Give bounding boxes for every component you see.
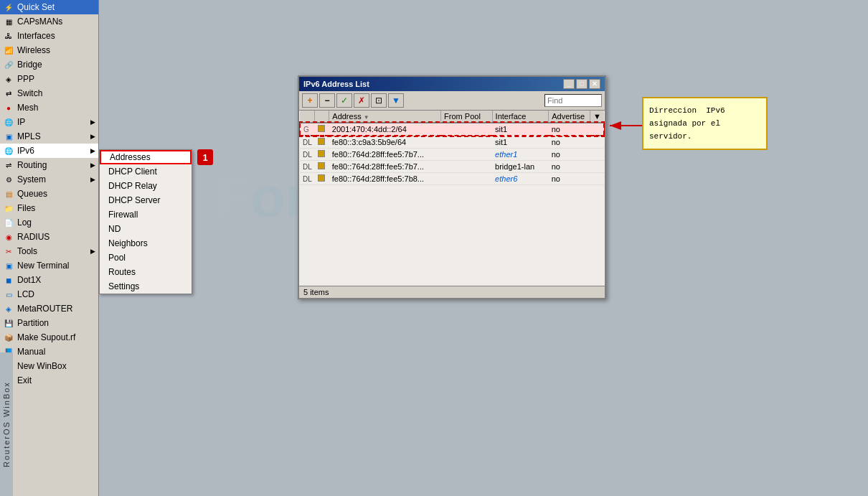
system-arrow-icon: ▶ [90,176,95,183]
sidebar-item-dot1x[interactable]: ◼ Dot1X [0,273,98,287]
ipv6-address-list-window: IPv6 Address List _ □ ✕ + − ✓ ✗ ⊡ ▼ Addr… [298,75,606,299]
col-interface[interactable]: Interface [492,111,549,123]
col-expand[interactable]: ▼ [590,111,604,123]
remove-button[interactable]: − [319,93,335,108]
window-restore-button[interactable]: □ [576,79,588,89]
table-row[interactable]: DL fe80::764d:28ff:fee5:7b8... ether6 no [300,173,604,185]
cell-extra [590,123,604,136]
cell-interface: bridge1-lan [492,161,549,173]
sidebar-item-label: MPLS [17,131,41,141]
bridge-icon: 🔗 [3,59,14,70]
sidebar-item-ppp[interactable]: ◈ PPP [0,72,98,86]
col-advertise[interactable]: Advertise [549,111,590,123]
cell-flag: DL [300,161,315,173]
sidebar-item-queues[interactable]: ▤ Queues [0,187,98,201]
col-from-pool[interactable]: From Pool [441,111,492,123]
tools-arrow-icon: ▶ [90,248,95,255]
ppp-icon: ◈ [3,73,14,85]
submenu-item-dhcp-client[interactable]: DHCP Client [100,164,192,179]
table-body: G 2001:470:4:4dd::2/64 sit1 no DL [300,123,604,185]
cell-flag: G [300,123,315,136]
sidebar-item-tools[interactable]: ✂ Tools ▶ [0,244,98,258]
ipv6-submenu: Addresses DHCP Client DHCP Relay DHCP Se… [99,149,192,294]
sidebar-item-metarouter[interactable]: ◈ MetaROUTER [0,301,98,316]
sidebar-item-label: MetaROUTER [17,304,72,314]
search-input[interactable] [544,94,602,107]
mpls-arrow-icon: ▶ [90,133,95,140]
enable-button[interactable]: ✓ [336,93,352,108]
submenu-item-settings[interactable]: Settings [100,279,192,294]
disable-button[interactable]: ✗ [354,93,369,108]
submenu-item-dhcp-relay[interactable]: DHCP Relay [100,179,192,193]
submenu-item-dhcp-server[interactable]: DHCP Server [100,193,192,207]
sidebar-item-radius[interactable]: ◉ RADIUS [0,230,98,244]
sidebar-item-label: Wireless [17,45,50,55]
copy-button[interactable]: ⊡ [371,93,387,108]
sidebar-item-label: Files [17,203,35,213]
submenu-item-pool[interactable]: Pool [100,251,192,265]
sidebar-item-capsman[interactable]: ▦ CAPsMANs [0,14,98,29]
sidebar-item-routing[interactable]: ⇌ Routing ▶ [0,158,98,172]
sidebar-item-make-supout[interactable]: 📦 Make Supout.rf [0,330,98,345]
cell-from-pool [441,149,492,161]
sidebar-item-switch[interactable]: ⇄ Switch [0,86,98,100]
cell-extra [590,173,604,185]
submenu-item-neighbors[interactable]: Neighbors [100,236,192,251]
sidebar-item-manual[interactable]: 📘 Manual [0,345,98,359]
mesh-icon: ● [3,102,14,113]
table-row[interactable]: DL fe80::764d:28ff:fee5:7b7... bridge1-l… [300,161,604,173]
address-table: Address ▼ From Pool Interface Advertise … [299,111,605,185]
sidebar-item-log[interactable]: 📄 Log [0,215,98,230]
cell-extra [590,161,604,173]
cell-advertise: no [549,173,590,185]
sidebar-item-exit[interactable]: ✖ Exit [0,373,98,388]
submenu-item-addresses[interactable]: Addresses [100,150,192,164]
sidebar-item-ipv6[interactable]: 🌐 IPv6 ▶ [0,144,98,158]
window-titlebar: IPv6 Address List _ □ ✕ [299,77,605,91]
sidebar-item-label: Exit [17,375,32,385]
sidebar-item-wireless[interactable]: 📶 Wireless [0,43,98,57]
window-close-button[interactable]: ✕ [589,79,600,89]
cell-type [315,149,329,161]
cell-advertise: no [549,136,590,149]
sidebar-item-interfaces[interactable]: 🖧 Interfaces [0,29,98,43]
sidebar-item-files[interactable]: 📁 Files [0,201,98,215]
routing-icon: ⇌ [3,159,14,171]
filter-button[interactable]: ▼ [388,93,404,108]
add-button[interactable]: + [302,93,318,108]
quick-set-icon: ⚡ [3,1,14,13]
ipv6-arrow-icon: ▶ [90,147,95,154]
table-row[interactable]: DL fe80::3:c9a3:5b9e/64 sit1 no [300,136,604,149]
sidebar-item-mesh[interactable]: ● Mesh [0,100,98,115]
window-minimize-button[interactable]: _ [563,79,575,89]
sidebar-item-mpls[interactable]: ▣ MPLS ▶ [0,129,98,144]
submenu-item-nd[interactable]: ND [100,222,192,236]
table-header: Address ▼ From Pool Interface Advertise … [300,111,604,123]
sidebar-item-new-terminal[interactable]: ▣ New Terminal [0,258,98,273]
items-count: 5 items [303,288,329,296]
dot1x-icon: ◼ [3,274,14,286]
sidebar-item-label: Tools [17,246,37,256]
wireless-icon: 📶 [3,45,14,56]
sidebar-item-quick-set[interactable]: ⚡ Quick Set [0,0,98,14]
window-controls: _ □ ✕ [563,79,600,89]
sidebar-item-bridge[interactable]: 🔗 Bridge [0,57,98,72]
submenu-item-routes[interactable]: Routes [100,265,192,279]
sidebar-item-lcd[interactable]: ▭ LCD [0,287,98,301]
sidebar-item-label: Switch [17,88,42,98]
cell-type [315,173,329,185]
sidebar-item-ip[interactable]: 🌐 IP ▶ [0,115,98,129]
table-row[interactable]: G 2001:470:4:4dd::2/64 sit1 no [300,123,604,136]
sidebar-item-partition[interactable]: 💾 Partition [0,316,98,330]
sidebar-item-label: CAPsMANs [17,17,62,27]
step-number-badge: 1 [197,149,213,165]
col-address[interactable]: Address ▼ [329,111,441,123]
table-container: Address ▼ From Pool Interface Advertise … [299,111,605,185]
sidebar-item-new-winbox[interactable]: 🪟 New WinBox [0,359,98,373]
sidebar-item-system[interactable]: ⚙ System ▶ [0,172,98,187]
cell-interface: ether6 [492,173,549,185]
table-row[interactable]: DL fe80::764d:28ff:fee5:7b7... ether1 no [300,149,604,161]
system-icon: ⚙ [3,174,14,185]
routing-arrow-icon: ▶ [90,162,95,169]
submenu-item-firewall[interactable]: Firewall [100,207,192,222]
